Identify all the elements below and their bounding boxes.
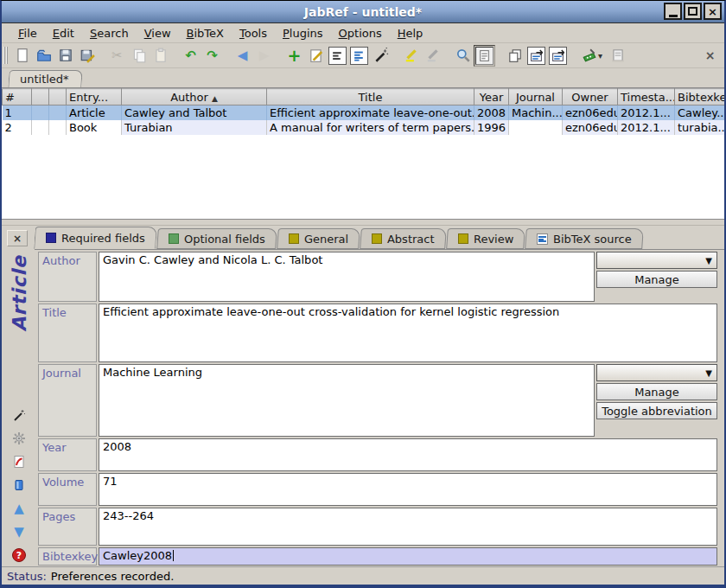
maximize-button[interactable]: [684, 3, 702, 20]
generate-key-button[interactable]: [10, 407, 28, 423]
col-owner[interactable]: Owner: [563, 89, 618, 105]
menu-options[interactable]: Options: [331, 25, 390, 42]
col-bibtexkey[interactable]: Bibtexkey: [675, 89, 725, 105]
menu-search[interactable]: Search: [82, 25, 137, 42]
menu-edit[interactable]: Edit: [45, 25, 82, 42]
volume-field-input[interactable]: 71: [99, 473, 717, 506]
redo-button[interactable]: ↷: [201, 45, 223, 67]
volume-field-row: Volume 71: [38, 473, 717, 506]
toggle-preview-button[interactable]: [348, 45, 370, 67]
mark-entries-button[interactable]: [400, 45, 422, 67]
col-timestamp[interactable]: Timesta...: [618, 89, 675, 105]
database-tab-strip: untitled*: [2, 68, 724, 88]
toolbar-grip[interactable]: [3, 47, 8, 64]
cut-button[interactable]: ✂: [106, 45, 128, 67]
copy-button[interactable]: [128, 45, 150, 67]
col-icon1[interactable]: [32, 89, 49, 105]
open-database-button[interactable]: [33, 45, 54, 67]
manage-journals-button[interactable]: Manage: [596, 383, 717, 400]
gear-icon: [12, 431, 26, 445]
status-bar: Status: Preferences recorded.: [2, 566, 724, 585]
menu-bibtex[interactable]: BibTeX: [179, 25, 232, 42]
open-pdf-button[interactable]: [10, 454, 28, 470]
cell-author: Cawley and Talbot: [122, 105, 267, 120]
tab-general[interactable]: General: [277, 228, 360, 249]
col-year[interactable]: Year: [474, 89, 509, 105]
back-button[interactable]: ◀: [232, 45, 253, 67]
help-icon: ?: [12, 548, 26, 562]
volume-field-label: Volume: [38, 473, 97, 506]
col-number[interactable]: #: [3, 89, 32, 105]
tab-required-fields[interactable]: Required fields: [34, 227, 157, 249]
forward-button[interactable]: ▶: [253, 45, 275, 67]
abstract-icon: [372, 233, 382, 244]
entry-table-container[interactable]: # Entry... Author▲ Title Year Journal Ow…: [2, 88, 724, 220]
copy-citation-button[interactable]: [504, 45, 525, 67]
col-title[interactable]: Title: [267, 89, 474, 105]
pages-field-input[interactable]: 243--264: [99, 508, 717, 546]
web-search-button[interactable]: [607, 45, 628, 67]
toggle-search-button[interactable]: [474, 45, 495, 67]
push-to-application-button[interactable]: [525, 45, 547, 67]
cleanup-entries-button[interactable]: ▾: [577, 45, 607, 67]
push-to-application-alt-button[interactable]: [547, 45, 569, 67]
save-database-button[interactable]: [54, 45, 76, 67]
tab-optional-fields[interactable]: Optional fields: [156, 228, 277, 249]
author-names-combobox[interactable]: ▼: [596, 252, 717, 269]
close-button[interactable]: ×: [704, 3, 722, 20]
bibtexkey-value: Cawley2008: [103, 549, 172, 562]
new-database-button[interactable]: [11, 45, 33, 67]
manage-authors-button[interactable]: Manage: [596, 271, 717, 288]
save-database-as-button[interactable]: [76, 45, 98, 67]
tab-abstract[interactable]: Abstract: [360, 228, 446, 249]
table-row[interactable]: 1 Article Cawley and Talbot Efficient ap…: [3, 105, 725, 120]
undo-button[interactable]: ↶: [180, 45, 201, 67]
menu-view[interactable]: View: [137, 25, 179, 42]
minimize-button[interactable]: [664, 3, 682, 20]
toolbar-close-icon: ×: [705, 48, 716, 62]
table-row[interactable]: 2 Book Turabian A manual for writers of …: [3, 120, 725, 135]
new-entry-button[interactable]: +: [283, 45, 305, 67]
bibtexkey-field-input[interactable]: Cawley2008: [99, 547, 717, 566]
save-database-icon: [58, 48, 73, 63]
menu-plugins[interactable]: Plugins: [275, 25, 331, 42]
settings-button[interactable]: [10, 431, 28, 446]
autogenerate-keys-button[interactable]: [370, 45, 392, 67]
toolbar-close-button[interactable]: ×: [699, 45, 721, 67]
journal-field-input[interactable]: Machine Learning: [99, 364, 595, 437]
open-file-button[interactable]: [10, 477, 28, 493]
paste-button[interactable]: [150, 45, 171, 67]
jabref-window: JabRef - untitled* × File Edit Search Vi…: [0, 0, 726, 588]
edit-entry-icon: [309, 48, 324, 63]
col-entrytype[interactable]: Entry...: [67, 89, 122, 105]
col-author[interactable]: Author▲: [122, 89, 267, 105]
toggle-groups-button[interactable]: [327, 45, 348, 67]
previous-entry-button[interactable]: ▲: [10, 501, 28, 516]
next-entry-button[interactable]: ▼: [10, 524, 28, 540]
search-button[interactable]: [452, 45, 474, 67]
database-tab-untitled[interactable]: untitled*: [8, 70, 82, 87]
pages-field-row: Pages 243--264: [38, 508, 717, 546]
year-field-input[interactable]: 2008: [99, 438, 717, 471]
menu-tools[interactable]: Tools: [232, 25, 275, 42]
cell-journal: [509, 120, 563, 135]
menu-help[interactable]: Help: [390, 25, 431, 42]
author-field-input[interactable]: Gavin C. Cawley and Nicola L. C. Talbot: [99, 252, 595, 302]
menu-file[interactable]: File: [10, 25, 45, 42]
unmark-entries-icon: [425, 48, 441, 63]
horizontal-splitter[interactable]: [2, 220, 724, 226]
mark-group: [400, 45, 443, 67]
col-icon2[interactable]: [49, 89, 67, 105]
tab-review[interactable]: Review: [446, 228, 525, 249]
toggle-abbreviation-button[interactable]: Toggle abbreviation: [596, 402, 717, 419]
title-field-input[interactable]: Efficient approximate leave-one-out cros…: [99, 304, 717, 362]
cell-icon1: [32, 105, 49, 120]
editor-close-button[interactable]: ×: [7, 230, 28, 246]
journal-names-combobox[interactable]: ▼: [596, 364, 717, 381]
unmark-entries-button[interactable]: [422, 45, 443, 67]
col-journal[interactable]: Journal: [509, 89, 563, 105]
tab-bibtex-source[interactable]: BibTeX source: [525, 228, 643, 249]
edit-entry-button[interactable]: [305, 45, 327, 67]
help-button[interactable]: ?: [10, 547, 28, 563]
year-field-label: Year: [38, 438, 97, 471]
